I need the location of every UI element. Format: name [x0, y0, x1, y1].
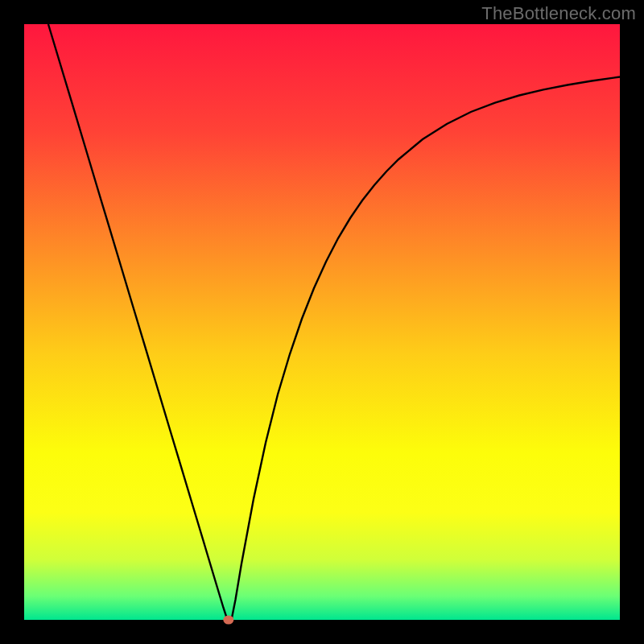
chart-svg — [0, 0, 644, 644]
chart-container: TheBottleneck.com — [0, 0, 644, 644]
optimal-marker — [223, 616, 233, 625]
watermark-text: TheBottleneck.com — [481, 3, 636, 24]
plot-area — [24, 24, 620, 620]
